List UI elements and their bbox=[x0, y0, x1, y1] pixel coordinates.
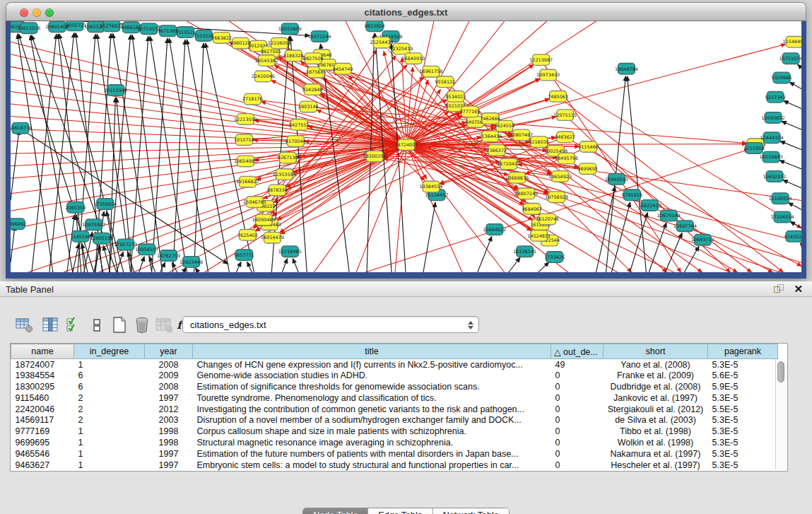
network-node[interactable]: 20891406 bbox=[45, 21, 69, 33]
network-node[interactable]: 12100554 bbox=[769, 193, 792, 204]
table-cell-short[interactable]: Jankovic et al. (1997) bbox=[604, 392, 708, 404]
network-node[interactable]: 8878334 bbox=[267, 185, 288, 196]
table-row[interactable]: 977716911998Corpus callosum shape and si… bbox=[11, 426, 778, 437]
network-node[interactable]: 8427552 bbox=[289, 119, 310, 130]
table-cell-in_degree[interactable]: 1 bbox=[74, 448, 145, 460]
network-node[interactable]: 10643712 bbox=[691, 234, 714, 245]
table-row[interactable]: 946554611997Estimation of the future num… bbox=[11, 448, 778, 460]
table-cell-short[interactable]: Stergiakouli et al. (2012) bbox=[604, 404, 708, 415]
network-node[interactable]: 8496462 bbox=[11, 218, 26, 230]
network-node[interactable]: 18300295 bbox=[363, 151, 387, 162]
table-cell-out_degree[interactable]: 49 bbox=[551, 359, 604, 370]
network-node[interactable]: 9684067 bbox=[522, 203, 542, 214]
network-node[interactable]: 15692931 bbox=[763, 171, 787, 182]
table-cell-out_degree[interactable]: 0 bbox=[551, 426, 604, 437]
show-column-icon[interactable] bbox=[40, 315, 61, 336]
network-node[interactable]: 10958107 bbox=[135, 244, 158, 255]
delete-table-icon[interactable] bbox=[154, 315, 175, 336]
table-cell-year[interactable]: 2008 bbox=[145, 381, 193, 392]
table-settings-icon[interactable] bbox=[14, 315, 35, 336]
network-node[interactable]: 12975115 bbox=[553, 110, 577, 121]
network-node[interactable]: 19654985 bbox=[234, 156, 257, 167]
network-node[interactable]: 10973493 bbox=[536, 69, 560, 81]
network-node[interactable]: 19616734 bbox=[11, 122, 32, 134]
network-node[interactable]: 12697744 bbox=[673, 221, 697, 232]
network-node[interactable]: 7485063 bbox=[548, 91, 568, 103]
table-cell-out_degree[interactable]: 0 bbox=[551, 370, 604, 381]
network-node[interactable]: 10688639 bbox=[505, 173, 529, 184]
network-node[interactable]: 12093832 bbox=[762, 112, 785, 124]
table-row[interactable]: 1872400712008Changes of HCN gene express… bbox=[11, 359, 778, 370]
table-cell-name[interactable]: 14569117 bbox=[11, 414, 74, 426]
network-node[interactable]: 16782759 bbox=[157, 250, 180, 262]
network-hub-node[interactable]: 18724007 bbox=[395, 139, 418, 151]
table-cell-title[interactable]: Changes of HCN gene expression and I(f) … bbox=[193, 359, 551, 370]
network-node[interactable]: 12213987 bbox=[529, 54, 553, 66]
table-row[interactable]: 911546021997Tourette syndrome. Phenomeno… bbox=[11, 392, 778, 404]
table-cell-out_degree[interactable]: 0 bbox=[551, 392, 604, 404]
network-node[interactable]: 9671385 bbox=[158, 25, 178, 37]
network-node[interactable]: 2065350 bbox=[65, 202, 86, 214]
network-node[interactable]: 12905135 bbox=[90, 233, 113, 244]
table-row[interactable]: 1938455462009Genome-wide association stu… bbox=[11, 370, 778, 381]
table-cell-name[interactable]: 9465546 bbox=[11, 448, 74, 460]
table-row[interactable]: 946362711997Embryonic stem cells: a mode… bbox=[11, 460, 778, 471]
network-node[interactable]: 6216036 bbox=[529, 136, 549, 148]
table-cell-short[interactable]: Wolkin et al. (1998) bbox=[604, 437, 708, 448]
table-cell-title[interactable]: Embryonic stem cells: a model to study s… bbox=[193, 460, 551, 471]
network-node[interactable]: 10664622 bbox=[483, 224, 506, 235]
table-cell-pagerank[interactable]: 5.3E-5 bbox=[708, 392, 778, 404]
table-cell-title[interactable]: Genome-wide association studies in ADHD. bbox=[193, 370, 551, 381]
network-node[interactable]: 12226058 bbox=[268, 37, 291, 49]
table-cell-title[interactable]: Estimation of significance thresholds fo… bbox=[193, 381, 551, 392]
network-node[interactable]: 16120746 bbox=[536, 214, 559, 225]
close-panel-icon[interactable]: ✕ bbox=[794, 283, 803, 296]
network-node[interactable]: 7462666 bbox=[480, 113, 500, 124]
table-cell-title[interactable]: Estimation of the future numbers of pati… bbox=[193, 448, 551, 460]
table-cell-name[interactable]: 19384554 bbox=[11, 370, 74, 381]
table-cell-short[interactable]: Nakamura et al. (1997) bbox=[604, 448, 708, 460]
network-node[interactable]: 12444154 bbox=[760, 132, 784, 144]
network-node[interactable]: 16961758 bbox=[419, 66, 442, 77]
network-node[interactable]: 1145194 bbox=[70, 230, 90, 242]
network-node[interactable]: 11548498 bbox=[783, 36, 801, 47]
network-node[interactable]: 17359924 bbox=[93, 199, 117, 210]
table-cell-year[interactable]: 1997 bbox=[145, 460, 193, 471]
network-node[interactable]: 9558122 bbox=[435, 76, 455, 88]
select-all-icon[interactable] bbox=[64, 315, 85, 336]
network-node[interactable]: 12213593 bbox=[234, 114, 257, 125]
table-cell-year[interactable]: 1998 bbox=[145, 437, 193, 448]
network-node[interactable]: 23011026 bbox=[17, 23, 40, 34]
network-node[interactable]: 7663822 bbox=[211, 33, 232, 44]
network-node[interactable]: 21254439 bbox=[370, 37, 394, 48]
network-node[interactable]: 8267130 bbox=[278, 152, 298, 163]
network-node[interactable]: 22420046 bbox=[252, 71, 275, 82]
network-node[interactable]: 19166827 bbox=[236, 176, 259, 187]
table-cell-year[interactable]: 1997 bbox=[145, 448, 193, 460]
network-node[interactable]: 18807249 bbox=[514, 188, 538, 199]
table-cell-pagerank[interactable]: 5.5E-5 bbox=[708, 404, 778, 415]
table-row[interactable]: 1830029562008Estimation of significance … bbox=[11, 381, 778, 392]
network-node[interactable]: 9827508 bbox=[303, 53, 324, 64]
table-row[interactable]: 2242004622012Investigating the contribut… bbox=[11, 404, 778, 415]
table-cell-year[interactable]: 2009 bbox=[145, 370, 193, 381]
network-canvas[interactable]: 1010754102107210546461145194159588516151… bbox=[11, 21, 801, 272]
column-header-short[interactable]: short bbox=[604, 344, 708, 359]
float-panel-icon[interactable] bbox=[774, 284, 784, 294]
network-node[interactable]: 10679148 bbox=[657, 210, 681, 221]
network-node[interactable]: 16720407 bbox=[497, 158, 520, 170]
table-cell-pagerank[interactable]: 5.9E-5 bbox=[708, 381, 778, 392]
network-node[interactable]: 9227343 bbox=[765, 91, 786, 103]
table-cell-in_degree[interactable]: 6 bbox=[74, 381, 145, 392]
network-node[interactable]: 16940593 bbox=[605, 174, 628, 185]
network-node[interactable]: 8454749 bbox=[333, 63, 353, 74]
table-cell-pagerank[interactable]: 5.3E-5 bbox=[708, 414, 778, 426]
table-cell-in_degree[interactable]: 2 bbox=[74, 404, 145, 415]
network-node[interactable]: 1010754 bbox=[234, 134, 254, 146]
table-cell-out_degree[interactable]: 0 bbox=[551, 414, 604, 426]
table-cell-name[interactable]: 9463627 bbox=[11, 460, 74, 471]
tab-network-table[interactable]: Network Table bbox=[433, 508, 509, 514]
network-node[interactable]: 9115460 bbox=[578, 141, 599, 153]
network-node[interactable]: 2803144 bbox=[298, 101, 319, 112]
table-cell-out_degree[interactable]: 0 bbox=[551, 448, 604, 460]
